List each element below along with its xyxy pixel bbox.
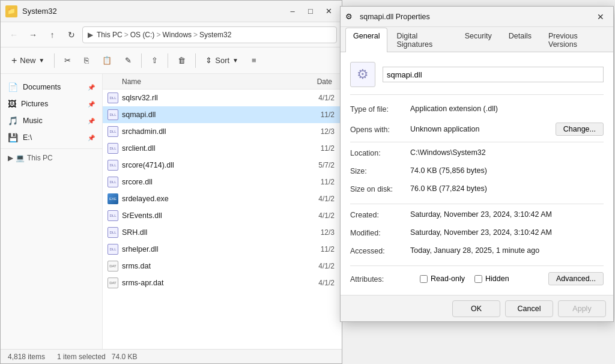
file-date: 11/2 bbox=[289, 245, 337, 253]
filename-input[interactable] bbox=[383, 67, 604, 82]
tab-general[interactable]: General bbox=[345, 28, 387, 52]
file-name: srclient.dll bbox=[122, 144, 289, 153]
new-button[interactable]: + New ▼ bbox=[5, 50, 50, 71]
apply-button[interactable]: Apply bbox=[558, 300, 606, 317]
file-item[interactable]: DLL srcore(4714).dll 5/7/2 bbox=[103, 157, 342, 174]
rename-button[interactable]: ✎ bbox=[119, 50, 138, 71]
file-item[interactable]: DLL sqmapi.dll 11/2 bbox=[103, 106, 342, 123]
paste-button[interactable]: 📋 bbox=[96, 50, 118, 71]
this-pc-label: This PC bbox=[27, 154, 53, 162]
readonly-checkbox[interactable] bbox=[420, 275, 428, 283]
forward-button[interactable]: → bbox=[25, 26, 41, 43]
readonly-checkbox-label[interactable]: Read-only bbox=[420, 275, 465, 283]
file-date: 11/2 bbox=[289, 178, 337, 186]
new-chevron-icon: ▼ bbox=[38, 57, 44, 64]
hidden-checkbox[interactable] bbox=[474, 275, 482, 283]
window-title: System32 bbox=[22, 7, 279, 16]
sidebar: 📄 Documents 📌 🖼 Pictures 📌 🎵 Music 📌 💾 E… bbox=[1, 74, 103, 349]
column-name: Name bbox=[108, 77, 289, 86]
view-icon: ≡ bbox=[252, 56, 256, 65]
tab-details[interactable]: Details bbox=[501, 28, 539, 52]
dll-icon: DLL bbox=[108, 109, 118, 120]
window-controls: – □ ✕ bbox=[284, 3, 337, 20]
tab-previous-versions[interactable]: Previous Versions bbox=[541, 28, 608, 52]
file-item[interactable]: DLL SrEvents.dll 4/1/2 bbox=[103, 207, 342, 224]
drive-icon: 💾 bbox=[8, 133, 18, 142]
selection-info: 1 item selected 74.0 KB bbox=[57, 353, 137, 361]
dat-icon: DAT bbox=[108, 261, 118, 271]
toolbar-divider-1 bbox=[54, 53, 55, 68]
file-item[interactable]: DLL SRH.dll 12/3 bbox=[103, 224, 342, 241]
refresh-button[interactable]: ↻ bbox=[63, 26, 80, 43]
type-label: Type of file: bbox=[350, 105, 410, 114]
copy-icon: ⎘ bbox=[84, 56, 89, 65]
dll-icon: DLL bbox=[108, 210, 118, 221]
file-item[interactable]: DAT srms-apr.dat 4/1/2 bbox=[103, 275, 342, 291]
file-item[interactable]: DLL srchadmin.dll 12/3 bbox=[103, 123, 342, 140]
file-list: Name Date DLL sqlsrv32.rll 4/1/2 DLL sqm… bbox=[103, 74, 342, 349]
file-date: 11/2 bbox=[289, 111, 337, 119]
sidebar-item-documents[interactable]: 📄 Documents 📌 bbox=[1, 79, 102, 96]
file-date: 4/1/2 bbox=[289, 195, 337, 203]
delete-icon: 🗑 bbox=[178, 56, 186, 65]
address-bar[interactable]: ▶ This PC > OS (C:) > Windows > System32 bbox=[82, 26, 337, 43]
opens-with-row: Opens with: Unknown application Change..… bbox=[350, 123, 604, 136]
sidebar-label-documents: Documents bbox=[23, 83, 61, 91]
size-value: 74.0 KB (75,856 bytes) bbox=[410, 166, 604, 175]
hidden-label: Hidden bbox=[485, 275, 509, 283]
share-button[interactable]: ⇧ bbox=[145, 50, 164, 71]
up-button[interactable]: ↑ bbox=[44, 26, 61, 43]
plus-icon: + bbox=[11, 55, 17, 66]
file-item[interactable]: DLL srhelper.dll 11/2 bbox=[103, 241, 342, 258]
dll-icon: DLL bbox=[108, 160, 118, 171]
advanced-button[interactable]: Advanced... bbox=[548, 272, 604, 285]
file-name: SRH.dll bbox=[122, 228, 289, 237]
nav-bar: ← → ↑ ↻ ▶ This PC > OS (C:) > Windows > … bbox=[1, 22, 342, 47]
back-button[interactable]: ← bbox=[5, 26, 22, 43]
this-pc-header[interactable]: ▶ 💻 This PC bbox=[1, 151, 102, 165]
document-icon: 📄 bbox=[8, 82, 18, 92]
file-item[interactable]: DLL srcore.dll 11/2 bbox=[103, 174, 342, 190]
sidebar-label-e-drive: E:\ bbox=[23, 133, 32, 142]
file-item[interactable]: EXE srdelayed.exe 4/1/2 bbox=[103, 190, 342, 207]
delete-button[interactable]: 🗑 bbox=[172, 50, 192, 71]
close-button[interactable]: ✕ bbox=[320, 3, 337, 20]
file-item[interactable]: DLL sqlsrv32.rll 4/1/2 bbox=[103, 89, 342, 106]
sidebar-label-pictures: Pictures bbox=[21, 100, 48, 108]
maximize-button[interactable]: □ bbox=[302, 3, 319, 20]
created-value: Saturday, November 23, 2024, 3:10:42 AM bbox=[410, 210, 604, 219]
selection-count: 1 item selected bbox=[57, 353, 106, 361]
tab-digital-signatures[interactable]: Digital Signatures bbox=[389, 28, 455, 52]
tab-security[interactable]: Security bbox=[457, 28, 500, 52]
cancel-button[interactable]: Cancel bbox=[505, 300, 553, 317]
file-item[interactable]: DAT srms.dat 4/1/2 bbox=[103, 258, 342, 275]
pin-icon-pictures: 📌 bbox=[88, 101, 95, 108]
view-options-button[interactable]: ≡ bbox=[246, 50, 262, 71]
created-label: Created: bbox=[350, 210, 410, 219]
minimize-button[interactable]: – bbox=[284, 3, 301, 20]
location-value: C:\Windows\System32 bbox=[410, 148, 604, 157]
file-item[interactable]: DLL srclient.dll 11/2 bbox=[103, 140, 342, 157]
sidebar-item-music[interactable]: 🎵 Music 📌 bbox=[1, 112, 102, 129]
dll-icon: DLL bbox=[108, 227, 118, 238]
copy-button[interactable]: ⎘ bbox=[78, 50, 95, 71]
separator-2 bbox=[350, 204, 604, 204]
cut-button[interactable]: ✂ bbox=[58, 50, 77, 71]
sort-chevron-icon: ▼ bbox=[232, 57, 238, 64]
change-button[interactable]: Change... bbox=[556, 123, 604, 136]
file-date: 12/3 bbox=[289, 228, 337, 237]
column-headers: Name Date bbox=[103, 74, 342, 89]
modified-row: Modified: Saturday, November 23, 2024, 3… bbox=[350, 228, 604, 241]
ok-button[interactable]: OK bbox=[452, 300, 500, 317]
hidden-checkbox-label[interactable]: Hidden bbox=[474, 275, 509, 283]
properties-dialog[interactable]: ⚙ sqmapi.dll Properties ✕ General Digita… bbox=[340, 6, 614, 322]
pictures-icon: 🖼 bbox=[8, 99, 16, 109]
sidebar-item-e-drive[interactable]: 💾 E:\ 📌 bbox=[1, 129, 102, 146]
dialog-close-button[interactable]: ✕ bbox=[593, 9, 608, 25]
explorer-window: 📁 System32 – □ ✕ ← → ↑ ↻ ▶ This PC > OS … bbox=[0, 0, 342, 364]
opens-label: Opens with: bbox=[350, 125, 410, 134]
sort-button[interactable]: ⇕ Sort ▼ bbox=[199, 50, 244, 71]
gear-icon: ⚙ bbox=[357, 67, 369, 82]
sidebar-item-pictures[interactable]: 🖼 Pictures 📌 bbox=[1, 96, 102, 112]
file-date: 5/7/2 bbox=[289, 161, 337, 169]
